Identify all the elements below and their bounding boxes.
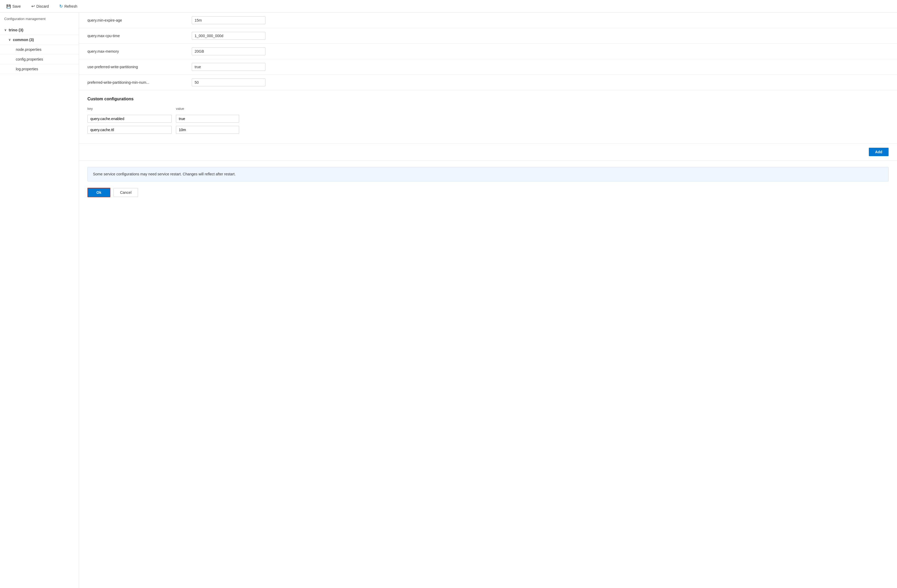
config-row-max-memory: query.max-memory [79,44,897,59]
ok-button[interactable]: Ok [87,188,110,197]
config-input-min-expire[interactable] [192,16,265,24]
config-row-use-preferred: use-preferred-write-partitioning [79,59,897,75]
sidebar-item-node-properties[interactable]: node.properties [0,45,79,55]
discard-icon [31,4,35,9]
save-label: Save [12,4,21,8]
custom-key-input-row2[interactable] [87,126,172,134]
config-input-max-cpu[interactable] [192,32,265,40]
action-buttons: Ok Cancel [79,188,897,204]
custom-row-row2 [87,126,889,134]
config-row-max-cpu: query.max-cpu-time [79,28,897,44]
save-icon [6,4,11,8]
custom-rows-container [87,115,889,134]
discard-button[interactable]: Discard [29,3,51,10]
cancel-button[interactable]: Cancel [113,188,138,197]
sidebar-item-label-node-properties: node.properties [16,47,41,52]
custom-table-header: key value [87,107,889,113]
custom-value-input-row1[interactable] [176,115,239,123]
custom-config-section: Custom configurations key value [79,90,897,144]
add-btn-row: Add [79,144,897,161]
custom-config-title: Custom configurations [87,96,889,101]
config-label-max-memory: query.max-memory [87,49,188,54]
config-label-min-expire: query.min-expire-age [87,18,188,22]
sidebar: Configuration management ∨trino (3)∨comm… [0,13,79,588]
sidebar-item-label-log-properties: log.properties [16,67,38,71]
save-button[interactable]: Save [4,3,23,9]
sidebar-item-trino[interactable]: ∨trino (3) [0,25,79,35]
sidebar-item-label-config-properties: config.properties [16,57,43,61]
config-rows: query.min-expire-agequery.max-cpu-timequ… [79,13,897,90]
sidebar-item-config-properties[interactable]: config.properties [0,55,79,64]
custom-value-input-row2[interactable] [176,126,239,134]
config-input-use-preferred[interactable] [192,63,265,71]
refresh-icon [59,4,63,9]
custom-row-row1 [87,115,889,123]
info-banner: Some service configurations may need ser… [87,167,889,181]
custom-key-input-row1[interactable] [87,115,172,123]
sidebar-title: Configuration management [0,17,79,25]
refresh-button[interactable]: Refresh [57,3,79,10]
config-row-min-expire: query.min-expire-age [79,13,897,28]
config-label-max-cpu: query.max-cpu-time [87,34,188,38]
sidebar-item-log-properties[interactable]: log.properties [0,64,79,74]
sidebar-item-label-common: common (3) [13,38,34,42]
delete-button-row2[interactable] [243,129,245,131]
config-input-preferred-min[interactable] [192,78,265,86]
add-button[interactable]: Add [869,148,889,156]
discard-label: Discard [36,4,49,8]
config-row-preferred-min: preferred-write-partitioning-min-num... [79,75,897,90]
config-label-use-preferred: use-preferred-write-partitioning [87,65,188,69]
value-column-header: value [176,107,239,110]
chevron-icon-trino: ∨ [4,28,6,32]
sidebar-item-common[interactable]: ∨common (3) [0,35,79,45]
key-column-header: key [87,107,172,110]
main-layout: Configuration management ∨trino (3)∨comm… [0,13,897,588]
chevron-icon-common: ∨ [8,38,11,41]
config-input-max-memory[interactable] [192,47,265,55]
content-area: query.min-expire-agequery.max-cpu-timequ… [79,13,897,588]
delete-button-row1[interactable] [243,118,245,120]
toolbar: Save Discard Refresh [0,0,897,13]
config-label-preferred-min: preferred-write-partitioning-min-num... [87,80,188,84]
sidebar-item-label-trino: trino (3) [9,28,23,32]
refresh-label: Refresh [64,4,77,8]
